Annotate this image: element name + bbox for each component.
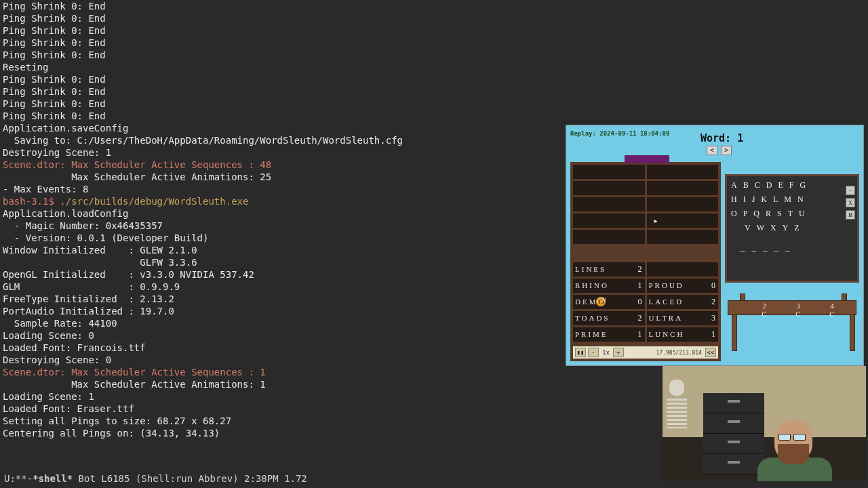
word-cell[interactable]: PRIME1 — [573, 327, 645, 342]
terminal-line: OpenGL Initialized : v3.3.0 NVIDIA 537.4… — [3, 268, 566, 281]
alpha-letter[interactable]: G — [800, 180, 806, 190]
desk-leg — [850, 314, 855, 351]
slot — [647, 197, 719, 211]
next-word-button[interactable]: > — [721, 146, 732, 155]
status-mid: Bot L6185 (Shell:run Abbrev) 2:38PM 1.72 — [73, 473, 307, 484]
word-cell[interactable]: RHINO1 — [573, 279, 645, 293]
word-list: LINES2RHINO1PROUD0DEMNO0LACED2TOADS2ULTR… — [573, 262, 718, 342]
terminal-line: Application.loadConfig — [3, 207, 566, 220]
slot — [573, 230, 645, 244]
terminal-output: Ping Shrink 0: EndPing Shrink 0: EndPing… — [3, 0, 566, 439]
person-beard — [778, 444, 809, 464]
word-cell[interactable]: LACED2 — [647, 295, 719, 309]
alphabet-board: ABCDEFGHIJKLMNOPQRSTUVWXYZ ––––– ‑ X B — [725, 174, 859, 283]
slot — [573, 165, 645, 179]
word-cell[interactable]: PROUD0 — [647, 279, 719, 293]
rewind-button[interactable]: << — [705, 348, 716, 357]
answer-dash: – — [763, 245, 768, 256]
alpha-letter[interactable]: M — [784, 195, 791, 205]
slot — [573, 214, 645, 228]
board-btn-dash[interactable]: ‑ — [846, 186, 855, 195]
terminal-line: Application.saveConfig — [3, 122, 566, 134]
terminal-line: Centering all Pings on: (34.13, 34.13) — [3, 427, 566, 439]
word-cell[interactable]: LINES2 — [573, 262, 645, 277]
terminal-line: Loading Scene: 0 — [3, 329, 566, 342]
alpha-letter[interactable]: P — [743, 209, 748, 219]
alpha-letter[interactable]: O — [731, 209, 737, 219]
alphabet-grid: ABCDEFGHIJKLMNOPQRSTUVWXYZ — [730, 180, 854, 233]
alpha-letter[interactable]: Q — [753, 209, 760, 219]
alpha-letter[interactable]: L — [773, 195, 778, 205]
speed-down-button[interactable]: - — [588, 348, 599, 357]
terminal-line: Ping Shrink 0: End — [3, 85, 566, 98]
alpha-letter[interactable]: A — [731, 180, 737, 190]
alpha-letter[interactable]: Y — [783, 223, 789, 233]
wall — [663, 366, 866, 437]
desk-num: 2 — [757, 302, 771, 310]
skeleton-prop — [663, 380, 692, 468]
alpha-letter[interactable]: S — [777, 209, 782, 219]
alpha-letter[interactable]: J — [752, 195, 755, 205]
terminal-line: Loaded Font: Eraser.ttf — [3, 403, 566, 415]
answer-dash: – — [774, 245, 779, 256]
file-cabinet — [703, 393, 764, 474]
terminal-line: Max Scheduler Active Animations: 25 — [3, 171, 566, 183]
alpha-letter[interactable]: H — [731, 195, 737, 205]
alpha-letter[interactable]: F — [789, 180, 794, 190]
word-cell[interactable] — [647, 262, 719, 277]
answer-dash: – — [752, 245, 757, 256]
word-cell[interactable]: DEMNO0 — [573, 295, 645, 309]
word-counter: Word: 1 — [701, 132, 743, 144]
terminal-line: Destroying Scene: 0 — [3, 354, 566, 366]
board-btn-x[interactable]: X — [846, 198, 855, 207]
terminal-line: - Magic Number: 0x46435357 — [3, 220, 566, 232]
pause-button[interactable]: ▮▮ — [575, 348, 586, 357]
alpha-letter[interactable]: V — [745, 223, 751, 233]
alpha-letter[interactable]: C — [755, 180, 760, 190]
alpha-letter[interactable]: I — [743, 195, 746, 205]
webcam-feed — [663, 366, 866, 481]
terminal-line: GLM : 0.9.9.9 — [3, 281, 566, 293]
terminal-line: Loaded Font: Francois.ttf — [3, 342, 566, 354]
answer-dash: – — [785, 245, 790, 256]
panel-tab — [625, 155, 669, 163]
prev-word-button[interactable]: < — [707, 146, 717, 155]
slot — [573, 181, 645, 195]
terminal-line: PortAudio Initialized : 19.7.0 — [3, 305, 566, 317]
slot — [647, 165, 719, 179]
alpha-letter[interactable]: K — [761, 195, 767, 205]
alpha-letter[interactable]: B — [743, 180, 749, 190]
desk-leg — [732, 314, 737, 351]
word-cell[interactable]: ULTRA3 — [647, 311, 719, 325]
alpha-letter[interactable]: U — [799, 209, 805, 219]
terminal-line: Loading Scene: 1 — [3, 390, 566, 403]
game-window: Replay: 2024-09-11 18:04:09 Word: 1 < > … — [566, 125, 864, 366]
desk-c: C — [757, 310, 771, 318]
word-cell[interactable]: LUNCH1 — [647, 327, 719, 342]
alpha-letter[interactable]: X — [770, 223, 776, 233]
terminal-line: Saving to: C:/Users/TheDoH/AppData/Roami… — [3, 134, 566, 146]
alpha-letter[interactable]: E — [778, 180, 783, 190]
alpha-letter[interactable]: D — [766, 180, 772, 190]
speed-up-button[interactable]: + — [613, 348, 624, 357]
alpha-letter[interactable]: W — [757, 223, 764, 233]
terminal-line: Ping Shrink 0: End — [3, 0, 566, 12]
board-btn-b[interactable]: B — [846, 210, 855, 220]
alpha-letter[interactable]: T — [788, 209, 793, 219]
desk-num: 4 — [825, 302, 839, 310]
alpha-letter[interactable]: R — [766, 209, 771, 219]
alpha-letter[interactable]: Z — [794, 223, 799, 233]
terminal-line: - Max Events: 8 — [3, 183, 566, 195]
terminal-line: Setting all Pings to size: 68.27 x 68.27 — [3, 415, 566, 427]
glasses-icon — [778, 434, 808, 441]
mouse-cursor-icon: ➤ — [653, 217, 658, 226]
slot — [573, 197, 645, 211]
terminal-line: Ping Shrink 0: End — [3, 110, 566, 122]
slot — [647, 230, 719, 244]
desk-c: C — [825, 310, 839, 318]
terminal-line: FreeType Initialized : 2.13.2 — [3, 293, 566, 305]
alpha-letter[interactable]: N — [797, 195, 804, 205]
desk: 2 3 4 C C C — [725, 293, 859, 361]
word-cell[interactable]: TOADS2 — [573, 311, 645, 325]
terminal-line: Max Scheduler Active Animations: 1 — [3, 378, 566, 390]
